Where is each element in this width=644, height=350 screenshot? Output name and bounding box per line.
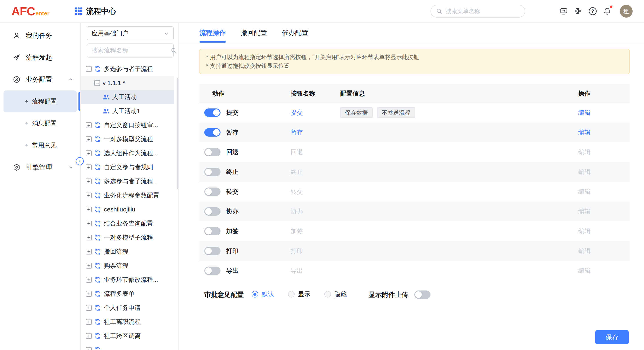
edit-link[interactable]: 编辑 [578,267,630,275]
help-icon[interactable] [588,7,597,16]
tree-item[interactable]: ceshiluojiliu [81,203,174,217]
console-switch-icon[interactable] [560,7,568,16]
tree-expand-icon[interactable] [86,319,92,325]
process-icon [94,178,101,185]
tree-expand-icon[interactable] [86,277,92,283]
sidebar-item-business-config[interactable]: 业务配置 [0,69,80,90]
tree-expand-icon[interactable] [86,291,92,297]
sidebar-subitem-common-opinions[interactable]: 常用意见 [4,134,77,156]
tree-item[interactable]: 社工离职流程 [81,315,174,329]
tree-item[interactable]: 多选参与者子流程... [81,174,174,188]
tree-expand-icon[interactable] [86,193,92,198]
tree-expand-icon[interactable] [86,333,92,339]
sidebar-item-process-initiate[interactable]: 流程发起 [0,47,80,69]
edit-link[interactable]: 编辑 [578,247,630,255]
global-search[interactable] [430,5,525,18]
plugin-icon[interactable] [574,7,582,16]
button-name-link[interactable]: 暂存 [291,128,340,137]
app-logo: AFC enter [12,5,50,18]
tree-item[interactable]: 一对多模型子流程 [81,231,174,245]
save-button[interactable]: 保存 [595,330,629,344]
tree-expand-icon[interactable] [86,150,92,156]
action-toggle[interactable] [204,148,220,156]
tree-item-label: 业务化流程参数配置 [104,191,159,200]
radio-label: 显示 [298,290,310,298]
tree-collapse-icon[interactable] [86,66,92,72]
attachment-toggle[interactable] [414,290,430,299]
tree-item[interactable]: 社工跨区调离 [81,329,174,343]
tree-item[interactable]: v 1.1.1 * [81,76,174,90]
tree-item[interactable]: 流程多表单 [81,287,174,301]
notification-icon[interactable] [603,7,612,16]
avatar[interactable]: 租 [620,5,632,18]
sidebar-subitem-process-config[interactable]: 流程配置 [4,90,77,112]
tree-collapse-icon[interactable] [94,80,100,86]
tree-expand-icon[interactable] [86,249,92,254]
tree-item[interactable]: 自定义参与者规则 [81,160,174,174]
tree-item[interactable]: 一对多模型父流程 [81,132,174,146]
col-header-operation: 操作 [578,89,630,98]
sidebar-collapse-button[interactable]: ‹ [76,157,84,165]
tree-item[interactable]: 结合业务查询配置 [81,217,174,231]
edit-link[interactable]: 编辑 [578,108,630,117]
config-info-cell: 保存数据不抄送流程 [340,107,578,118]
tree-item[interactable]: 业务化流程参数配置 [81,188,174,203]
sidebar-subitem-message-config[interactable]: 消息配置 [4,112,77,134]
tree-expand-icon[interactable] [86,221,92,226]
sidebar-item-engine-management[interactable]: 引擎管理 [0,156,80,178]
search-icon [436,8,442,14]
tree-item[interactable]: 自定义窗口按钮审... [81,118,174,132]
action-toggle[interactable] [204,108,220,117]
tree-expand-icon[interactable] [86,207,92,212]
approval-radio-隐藏[interactable]: 隐藏 [324,290,347,298]
tree-expand-icon[interactable] [86,263,92,269]
tree-item[interactable]: 人工活动1 [81,104,174,118]
action-toggle[interactable] [204,207,220,216]
tree-item[interactable]: 多选参与者子流程 [81,62,174,76]
sidebar-item-my-tasks[interactable]: 我的任务 [0,25,80,47]
tab-流程操作[interactable]: 流程操作 [200,23,226,43]
edit-link[interactable]: 编辑 [578,207,630,216]
action-toggle[interactable] [204,227,220,235]
tree-expand-icon[interactable] [86,347,92,350]
action-toggle[interactable] [204,128,220,137]
logo-enter: enter [36,10,50,17]
tab-催办配置[interactable]: 催办配置 [282,23,308,43]
approval-radio-显示[interactable]: 显示 [288,290,310,298]
tree-search[interactable] [87,44,174,58]
edit-link[interactable]: 编辑 [578,227,630,235]
tree-expand-icon[interactable] [86,122,92,128]
app-select[interactable]: 应用基础门户 [87,26,174,40]
action-toggle[interactable] [204,188,220,196]
tab-撤回配置[interactable]: 撤回配置 [241,23,267,43]
edit-link[interactable]: 编辑 [578,148,630,156]
tree-item[interactable]: 撤回流程 [81,245,174,259]
button-name-link[interactable]: 提交 [291,108,340,117]
tree-item[interactable]: 业务环节修改流程... [81,273,174,287]
approval-radio-默认[interactable]: 默认 [252,290,274,298]
tree-item[interactable]: 个人任务申请 [81,301,174,315]
global-search-input[interactable] [446,8,520,15]
tree-expand-icon[interactable] [86,136,92,142]
tree-item[interactable]: 购票流程 [81,259,174,273]
tree-expand-icon[interactable] [86,235,92,240]
tree-item[interactable] [81,343,174,350]
edit-link[interactable]: 编辑 [578,168,630,176]
tree-search-input[interactable] [92,47,171,54]
tree-expand-icon[interactable] [86,179,92,184]
button-name-link: 加签 [291,227,340,235]
edit-link[interactable]: 编辑 [578,128,630,137]
scrollbar[interactable] [177,78,178,189]
tree-item[interactable]: 人工活动 [81,90,174,104]
app-switcher[interactable]: 流程中心 [75,6,116,16]
tree-item[interactable]: 选人组件作为流程... [81,146,174,160]
action-toggle[interactable] [204,247,220,255]
tree-expand-icon[interactable] [86,305,92,311]
tree-expand-icon[interactable] [86,164,92,170]
main-layout: 我的任务流程发起业务配置流程配置消息配置常用意见引擎管理 ‹ 应用基础门户 多选… [0,23,644,350]
action-toggle[interactable] [204,168,220,176]
radio-label: 默认 [262,290,274,298]
edit-link[interactable]: 编辑 [578,188,630,196]
action-toggle[interactable] [204,267,220,275]
table-row: 加签加签编辑 [200,221,630,241]
